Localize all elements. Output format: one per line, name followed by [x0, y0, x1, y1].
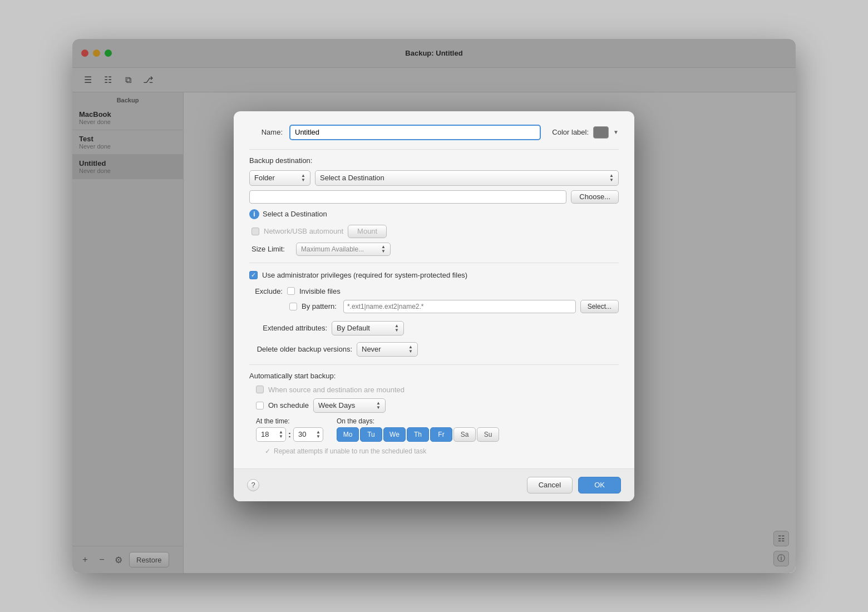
when-source-checkbox[interactable] — [256, 386, 264, 393]
modal-dialog: Name: Color label: ▼ Backup destination:… — [234, 111, 634, 501]
select-pattern-button[interactable]: Select... — [580, 300, 619, 313]
choose-button[interactable]: Choose... — [571, 190, 619, 204]
folder-arrows-icon: ▲▼ — [301, 174, 305, 182]
on-schedule-checkbox[interactable] — [256, 402, 264, 409]
size-limit-select[interactable]: Maximum Available... ▲▼ — [296, 243, 391, 256]
admin-label: Use administrator privileges (required f… — [262, 271, 467, 279]
day-button-sa[interactable]: Sa — [453, 427, 476, 442]
hour-value: 18 — [261, 430, 269, 438]
name-row: Name: Color label: ▼ — [249, 125, 619, 140]
pattern-row: By pattern: Select... — [249, 300, 619, 313]
day-button-fr[interactable]: Fr — [430, 427, 452, 442]
cancel-button[interactable]: Cancel — [527, 477, 573, 493]
day-button-mo[interactable]: Mo — [337, 427, 359, 442]
path-row: Choose... — [249, 190, 619, 204]
time-inputs: 18 ▲▼ : 30 ▲▼ — [256, 427, 323, 442]
exclude-label: Exclude: — [249, 287, 283, 295]
help-button[interactable]: ? — [247, 479, 259, 491]
network-label: Network/USB automount — [264, 227, 343, 235]
backup-destination-label: Backup destination: — [249, 156, 619, 165]
when-source-option: When source and destination are mounted — [249, 386, 619, 394]
size-limit-row: Size Limit: Maximum Available... ▲▼ — [249, 243, 619, 256]
pattern-checkbox[interactable] — [289, 303, 297, 310]
extended-attr-row: Extended attributes: By Default ▲▼ — [249, 321, 619, 335]
day-button-th[interactable]: Th — [407, 427, 429, 442]
divider-3 — [249, 364, 619, 365]
destination-label: Select a Destination — [320, 174, 384, 182]
schedule-select[interactable]: Week Days ▲▼ — [313, 398, 386, 413]
minute-value: 30 — [298, 430, 306, 438]
time-days-row: At the time: 18 ▲▼ : 30 ▲▼ — [249, 417, 619, 442]
repeat-row: ✓ Repeat attempts if unable to run the s… — [249, 447, 619, 455]
minute-arrows-icon: ▲▼ — [316, 430, 320, 439]
size-limit-label: Size Limit: — [251, 245, 292, 253]
mount-button[interactable]: Mount — [348, 225, 387, 238]
name-input[interactable] — [289, 125, 541, 140]
divider-2 — [249, 263, 619, 263]
destination-dropdown[interactable]: Select a Destination ▲▼ — [315, 170, 619, 186]
extended-select[interactable]: By Default ▲▼ — [332, 321, 404, 335]
admin-checkbox[interactable]: ✓ — [249, 271, 258, 279]
folder-type-label: Folder — [254, 174, 275, 182]
schedule-arrows-icon: ▲▼ — [376, 401, 381, 410]
pattern-input[interactable] — [343, 300, 576, 313]
folder-type-select[interactable]: Folder ▲▼ — [249, 170, 310, 186]
on-schedule-label: On schedule — [268, 401, 309, 409]
at-time-label: At the time: — [256, 417, 323, 425]
warning-row: i Select a Destination — [249, 209, 619, 219]
pattern-label: By pattern: — [302, 302, 337, 310]
auto-section: Automatically start backup: When source … — [249, 372, 619, 455]
modal-content: Name: Color label: ▼ Backup destination:… — [234, 111, 634, 468]
hour-spinner[interactable]: 18 ▲▼ — [256, 427, 286, 442]
color-swatch[interactable] — [593, 126, 609, 139]
day-button-su[interactable]: Su — [477, 427, 499, 442]
size-limit-arrows-icon: ▲▼ — [381, 245, 386, 254]
days-buttons: MoTuWeThFrSaSu — [337, 427, 499, 442]
size-limit-value: Maximum Available... — [301, 245, 364, 253]
extended-value: By Default — [337, 324, 370, 332]
invisible-checkbox[interactable] — [287, 287, 295, 295]
delete-row: Delete older backup versions: Never ▲▼ — [249, 342, 619, 357]
invisible-label: Invisible files — [299, 287, 341, 295]
on-schedule-option: On schedule Week Days ▲▼ — [249, 398, 619, 413]
warning-icon: i — [249, 209, 259, 219]
network-row: Network/USB automount Mount — [249, 225, 619, 238]
time-section: At the time: 18 ▲▼ : 30 ▲▼ — [256, 417, 323, 442]
color-label-area: Color label: ▼ — [552, 126, 619, 139]
days-section: On the days: MoTuWeThFrSaSu — [337, 417, 499, 442]
time-colon: : — [288, 430, 291, 439]
when-source-label: When source and destination are mounted — [268, 386, 405, 394]
repeat-text: Repeat attempts if unable to run the sch… — [274, 447, 426, 455]
color-dropdown-arrow[interactable]: ▼ — [613, 129, 619, 135]
ok-button[interactable]: OK — [578, 477, 621, 493]
path-input[interactable] — [249, 190, 566, 204]
extended-label: Extended attributes: — [249, 324, 327, 332]
delete-select[interactable]: Never ▲▼ — [357, 342, 418, 357]
day-button-tu[interactable]: Tu — [360, 427, 382, 442]
modal-overlay: Name: Color label: ▼ Backup destination:… — [72, 39, 796, 573]
destination-row: Folder ▲▼ Select a Destination ▲▼ — [249, 170, 619, 186]
app-window: Backup: Untitled ☰ ☷ ⧉ ⎇ Backup MacBook … — [72, 39, 796, 573]
extended-arrows-icon: ▲▼ — [394, 324, 399, 333]
exclude-row: Exclude: Invisible files — [249, 287, 619, 295]
delete-arrows-icon: ▲▼ — [408, 345, 413, 354]
hour-arrows-icon: ▲▼ — [279, 430, 283, 439]
warning-text: Select a Destination — [263, 210, 327, 218]
name-label: Name: — [249, 128, 283, 136]
schedule-value: Week Days — [318, 401, 355, 409]
delete-label: Delete older backup versions: — [249, 345, 352, 353]
on-days-label: On the days: — [337, 417, 499, 425]
day-button-we[interactable]: We — [383, 427, 406, 442]
color-label-text: Color label: — [552, 128, 589, 136]
admin-row: ✓ Use administrator privileges (required… — [249, 271, 619, 279]
network-checkbox[interactable] — [251, 228, 259, 235]
divider-1 — [249, 149, 619, 150]
modal-footer: ? Cancel OK — [234, 468, 634, 501]
auto-section-label: Automatically start backup: — [249, 372, 619, 380]
minute-spinner[interactable]: 30 ▲▼ — [293, 427, 323, 442]
footer-buttons: Cancel OK — [527, 477, 621, 493]
delete-value: Never — [362, 345, 381, 353]
dest-arrows-icon: ▲▼ — [609, 174, 614, 182]
